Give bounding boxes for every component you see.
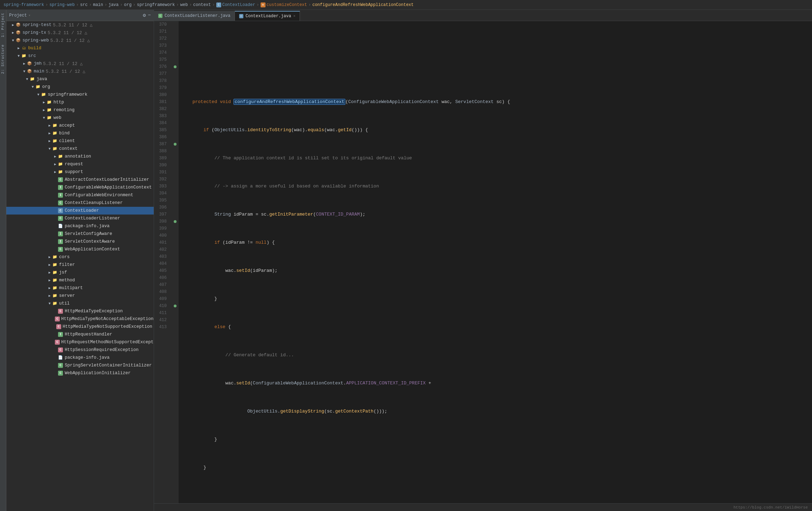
tree-item-remoting[interactable]: ▶ 📁 remoting xyxy=(6,106,154,114)
breadcrumb-main[interactable]: main xyxy=(93,2,103,7)
interface-icon: I xyxy=(58,332,63,337)
tree-item-annotation[interactable]: ▶ 📁 annotation xyxy=(6,153,154,160)
structure-label-2[interactable]: 2: Structure xyxy=(1,44,5,74)
tree-item-jsf[interactable]: ▶ 📁 jsf xyxy=(6,269,154,276)
breadcrumb-springframework[interactable]: springframework xyxy=(137,2,175,7)
tree-item-package-info[interactable]: ▶ 📄 package-info.java xyxy=(6,222,154,230)
breadcrumb-context[interactable]: context xyxy=(193,2,211,7)
tree-item-src[interactable]: ▼ 📁 src xyxy=(6,52,154,60)
tree-item-web-app-ctx[interactable]: ▶ C WebApplicationContext xyxy=(6,245,154,253)
minimize-icon[interactable]: − xyxy=(148,12,151,18)
tab-contextloaderlistener[interactable]: C ContextLoaderListener.java xyxy=(154,11,235,21)
code-line-373: if (ObjectUtils.identityToString(wac).eq… xyxy=(181,127,806,134)
code-content[interactable]: protected void configureAndRefreshWebApp… xyxy=(179,21,812,503)
tree-item-method[interactable]: ▶ 📁 method xyxy=(6,276,154,284)
tree-item-context-loader[interactable]: ▶ C ContextLoader xyxy=(6,207,154,215)
tree-item-package-info-2[interactable]: ▶ 📄 package-info.java xyxy=(6,354,154,362)
folder-icon: 📁 xyxy=(52,293,58,298)
file-icon: 📄 xyxy=(58,224,63,229)
tree-item-configurable-web-env[interactable]: ▶ I ConfigurableWebEnvironment xyxy=(6,191,154,199)
gear-icon[interactable]: ⚙ xyxy=(143,12,146,18)
tree-item-bind[interactable]: ▶ 📁 bind xyxy=(6,129,154,137)
tree-item-web[interactable]: ▼ 📁 web xyxy=(6,114,154,122)
tree-item-springframework[interactable]: ▼ 📁 springframework xyxy=(6,91,154,98)
tree-arrow: ▼ xyxy=(47,302,52,306)
structure-panel: 1: Project 2: Structure xyxy=(0,10,6,511)
tree-item-web-app-initializer[interactable]: ▶ C WebApplicationInitializer xyxy=(6,369,154,377)
tree-item-main[interactable]: ▼ 📦 main 5.3.2 11 / 12 △ xyxy=(6,68,154,75)
folder-icon: 📁 xyxy=(52,255,58,260)
code-container: 370 371 372 373 374 375 376 377 378 379 … xyxy=(154,21,812,503)
tree-arrow: ▼ xyxy=(47,147,52,151)
breadcrumb-src[interactable]: src xyxy=(80,2,88,7)
folder-icon: 📁 xyxy=(52,270,58,275)
breadcrumb-java[interactable]: java xyxy=(108,2,119,7)
tree-item-http-media-type-exception[interactable]: ▶ C HttpMediaTypeException xyxy=(6,307,154,315)
tree-item-context[interactable]: ▼ 📁 context xyxy=(6,145,154,153)
folder-icon: 📁 xyxy=(58,162,63,167)
structure-label-1[interactable]: 1: Project xyxy=(1,13,5,37)
tree-item-build[interactable]: ▶ 🗂 build xyxy=(6,44,154,52)
tree-arrow: ▶ xyxy=(53,162,58,166)
tree-arrow: ▼ xyxy=(30,85,35,89)
breadcrumb-method[interactable]: configureAndRefreshWebApplicationContext xyxy=(312,2,414,7)
tree-item-http-session-required[interactable]: ▶ C HttpSessionRequiredException xyxy=(6,346,154,354)
folder-icon: 📁 xyxy=(52,131,58,136)
module-icon: 📦 xyxy=(15,38,21,43)
tree-item-spring-test[interactable]: ▶ 📦 spring-test 5.3.2 11 / 12 △ xyxy=(6,21,154,29)
breadcrumb-web[interactable]: web xyxy=(180,2,188,7)
tree-item-spring-web[interactable]: ▼ 📦 spring-web 5.3.2 11 / 12 △ xyxy=(6,37,154,44)
tree-item-configurable-web-app-ctx[interactable]: ▶ I ConfigurableWebApplicationContext xyxy=(6,184,154,191)
folder-icon: 📁 xyxy=(52,139,58,143)
tree-item-client[interactable]: ▶ 📁 client xyxy=(6,137,154,145)
tree-arrow: ▼ xyxy=(25,77,30,81)
tree-item-spring-tx[interactable]: ▶ 📦 spring-tx 5.3.2 11 / 12 △ xyxy=(6,29,154,37)
tree-arrow: ▶ xyxy=(53,154,58,159)
code-line-372: protected void configureAndRefreshWebApp… xyxy=(181,98,806,106)
tree-item-http-media-not-acceptable[interactable]: ▶ C HttpMediaTypeNotAcceptableException xyxy=(6,315,154,323)
tree-arrow: ▶ xyxy=(47,270,52,275)
tree-item-support[interactable]: ▶ 📁 support xyxy=(6,168,154,176)
tree-item-cors[interactable]: ▶ 📁 cors xyxy=(6,253,154,261)
tree-item-jmh[interactable]: ▶ 📦 jmh 5.3.2 11 / 12 △ xyxy=(6,60,154,68)
folder-icon: 📁 xyxy=(46,115,52,120)
tree-item-context-cleanup-listener[interactable]: ▶ C ContextCleanupListener xyxy=(6,199,154,207)
tree-item-http-method-not-supported[interactable]: ▶ C HttpRequestMethodNotSupportedExcepti… xyxy=(6,338,154,346)
module-icon: 📦 xyxy=(27,69,32,74)
tab-close-button[interactable]: × xyxy=(293,14,296,18)
tree-item-accept[interactable]: ▶ 📁 accept xyxy=(6,122,154,129)
folder-icon: 📁 xyxy=(35,84,41,89)
tree-item-abstract-context-loader[interactable]: ▶ C AbstractContextLoaderInitializer xyxy=(6,176,154,184)
tree-item-multipart[interactable]: ▶ 📁 multipart xyxy=(6,284,154,292)
breadcrumb-spring-framework[interactable]: spring-framework xyxy=(4,2,44,7)
code-line-381: // Generate default id... xyxy=(181,352,806,359)
tree-arrow: ▶ xyxy=(41,100,46,104)
sidebar-header: Project ▾ ⚙ − xyxy=(6,10,154,21)
code-line-378: wac.setId(idParam); xyxy=(181,267,806,274)
tree-item-servlet-context-aware[interactable]: ▶ I ServletContextAware xyxy=(6,238,154,245)
tree-item-servlet-config-aware[interactable]: ▶ I ServletConfigAware xyxy=(6,230,154,238)
breadcrumb-org[interactable]: org xyxy=(124,2,132,7)
tree-item-server[interactable]: ▶ 📁 server xyxy=(6,292,154,300)
interface-icon: I xyxy=(58,185,63,190)
breadcrumb-spring-web[interactable]: spring-web xyxy=(49,2,75,7)
sidebar-header-actions: ⚙ − xyxy=(143,12,151,18)
code-line-374: // The application context id is still s… xyxy=(181,155,806,162)
class-icon: C xyxy=(58,247,63,252)
folder-icon: 📁 xyxy=(46,100,52,105)
tree-item-http[interactable]: ▶ 📁 http xyxy=(6,98,154,106)
tree-item-context-loader-listener[interactable]: ▶ C ContextLoaderListener xyxy=(6,215,154,222)
tree-item-filter[interactable]: ▶ 📁 filter xyxy=(6,261,154,269)
project-sidebar: Project ▾ ⚙ − ▶ 📦 spring-test 5.3.2 11 /… xyxy=(6,10,154,511)
folder-icon: 🗂 xyxy=(21,46,27,51)
tree-item-java[interactable]: ▼ 📁 java xyxy=(6,75,154,83)
tree-item-spring-servlet-container-init[interactable]: ▶ C SpringServletContainerInitializer xyxy=(6,362,154,369)
tree-item-http-media-not-supported[interactable]: ▶ C HttpMediaTypeNotSupportedException xyxy=(6,323,154,331)
tree-item-util[interactable]: ▼ 📁 util xyxy=(6,300,154,307)
tree-item-request[interactable]: ▶ 📁 request xyxy=(6,160,154,168)
tree-item-http-request-handler[interactable]: ▶ I HttpRequestHandler xyxy=(6,331,154,338)
tab-contextloader[interactable]: C ContextLoader.java × xyxy=(235,11,300,21)
tree-arrow: ▼ xyxy=(11,39,15,43)
tree-item-org[interactable]: ▼ 📁 org xyxy=(6,83,154,91)
code-editor[interactable]: 370 371 372 373 374 375 376 377 378 379 … xyxy=(154,21,812,503)
